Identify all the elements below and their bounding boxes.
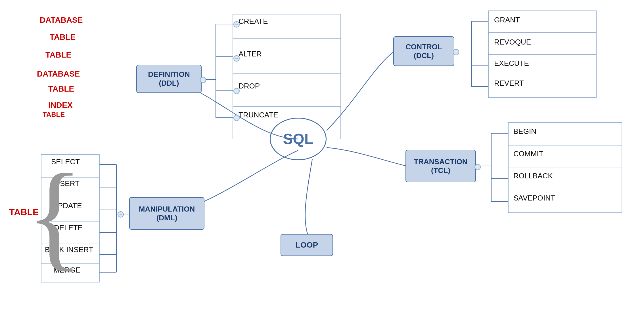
dml-label: MANIPULATION(DML) [139,205,195,222]
ddl-red-table3: TABLE [48,85,74,94]
ddl-leaf-truncate: TRUNCATE [239,111,278,119]
ddl-leaf-create: CREATE [239,17,268,26]
dcl-leaf-execute: EXECUTE [494,59,529,68]
ddl-red-table2: TABLE [45,50,71,60]
ddl-red-table1: TABLE [50,33,76,42]
center-label: SQL [283,130,313,147]
ddl-node: DEFINITION(DDL) [136,65,202,93]
ddl-red-database2: DATABASE [37,69,80,79]
dcl-leaf-revert: REVERT [494,79,524,88]
dml-brace: { [26,156,83,275]
alter-minus[interactable]: − [233,55,240,62]
tcl-label: TRANSACTION(TCL) [414,157,467,175]
ddl-minus[interactable]: − [200,77,206,83]
dml-minus[interactable]: − [118,211,124,218]
ddl-red-database1: DATABASE [40,16,83,25]
dcl-minus[interactable]: − [453,49,459,55]
center-node-sql: SQL [270,118,327,160]
tcl-node: TRANSACTION(TCL) [405,150,476,182]
tcl-leaf-commit: COMMIT [513,149,543,158]
loop-node: LOOP [281,234,333,256]
dcl-leaf-revoque: REVOQUE [494,38,531,47]
create-minus[interactable]: − [233,21,240,28]
tcl-leaf-rollback: ROLLBACK [513,172,553,180]
dcl-leaf-grant: GRANT [494,16,520,24]
ddl-red-index1: INDEX [48,101,73,110]
ddl-red-table4: TABLE [43,111,65,119]
tcl-leaf-begin: BEGIN [513,127,536,136]
ddl-label: DEFINITION(DDL) [148,70,190,88]
loop-label: LOOP [296,240,318,250]
dml-node: MANIPULATION(DML) [129,197,204,230]
dcl-node: CONTROL(DCL) [393,36,454,66]
tcl-leaf-savepoint: SAVEPOINT [513,194,555,202]
truncate-minus[interactable]: − [233,115,240,121]
tcl-minus[interactable]: − [474,164,481,170]
ddl-leaf-alter: ALTER [239,50,262,58]
ddl-leaf-drop: DROP [239,82,260,90]
drop-minus[interactable]: − [233,88,240,94]
dcl-label: CONTROL(DCL) [405,43,442,60]
